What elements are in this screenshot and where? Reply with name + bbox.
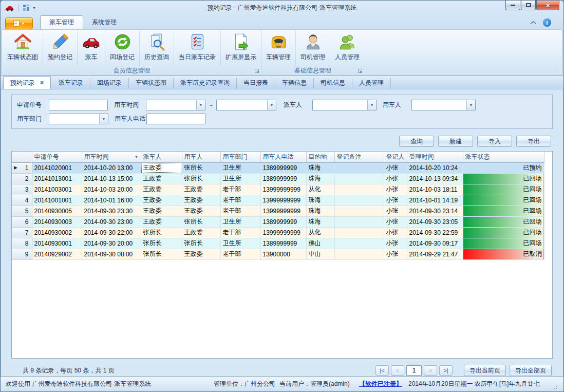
ribbon-button[interactable]: 回场登记 bbox=[105, 30, 139, 66]
cell-use-time[interactable]: 2014-10-13 15:00 bbox=[82, 173, 141, 184]
first-page-button[interactable]: |< bbox=[375, 365, 389, 376]
cell-registrar[interactable]: 小张 bbox=[384, 184, 407, 195]
cell-order-no[interactable]: 20140929002 bbox=[32, 249, 82, 259]
cell-phone[interactable]: 1389999999 bbox=[260, 173, 306, 184]
cell-dept[interactable]: 老干部 bbox=[220, 195, 260, 206]
close-button[interactable]: × bbox=[536, 1, 559, 10]
cell-dispatcher[interactable]: 张所长 bbox=[141, 249, 182, 259]
cell-registrar[interactable]: 小张 bbox=[384, 173, 407, 184]
resize-grip[interactable] bbox=[552, 383, 558, 390]
dispatcher-combo[interactable]: ▼ bbox=[312, 100, 377, 110]
cell-use-time[interactable]: 2014-09-30 20:00 bbox=[82, 238, 141, 249]
document-tab[interactable]: 司机信息 bbox=[314, 78, 352, 89]
cell-dept[interactable]: 老干部 bbox=[220, 206, 260, 216]
cell-dispatcher[interactable]: 王政委 bbox=[141, 162, 182, 173]
document-tab[interactable]: 预约记录× bbox=[3, 76, 51, 89]
cell-passenger[interactable]: 王政委 bbox=[182, 227, 220, 238]
ribbon-tab[interactable]: 派车管理 bbox=[40, 15, 83, 29]
filter-arrow-icon[interactable]: ▼ bbox=[135, 155, 139, 159]
cell-dispatcher[interactable]: 王政委 bbox=[141, 216, 182, 227]
cell-order-no[interactable]: 20140930001 bbox=[32, 238, 82, 249]
passenger-combo[interactable]: ▼ bbox=[411, 100, 476, 110]
cell-dispatch-status[interactable]: 已回场 bbox=[463, 173, 544, 184]
cell-destination[interactable]: 佛山 bbox=[306, 238, 334, 249]
column-header-accept-time[interactable]: 受理时间 bbox=[407, 152, 463, 162]
cell-phone[interactable]: 13999999999 bbox=[260, 184, 306, 195]
column-header-dispatcher[interactable]: 派车人 bbox=[141, 152, 182, 162]
cell-dispatch-status[interactable]: 已取消 bbox=[463, 249, 544, 259]
cell-remark[interactable] bbox=[334, 206, 384, 216]
export-all-pages-button[interactable]: 导出全部页 bbox=[510, 365, 552, 376]
ribbon-tab[interactable]: 系统管理 bbox=[83, 16, 125, 29]
cell-destination[interactable]: 从化 bbox=[306, 227, 334, 238]
cell-order-no[interactable]: 20141020001 bbox=[32, 162, 82, 173]
cell-passenger[interactable]: 张所长 bbox=[182, 162, 220, 173]
cell-dept[interactable]: 老干部 bbox=[220, 184, 260, 195]
row-header[interactable]: 6 bbox=[12, 216, 32, 227]
cell-passenger[interactable]: 王政委 bbox=[182, 249, 220, 259]
cell-passenger[interactable]: 张所长 bbox=[182, 238, 220, 249]
row-header[interactable]: 3 bbox=[12, 184, 32, 195]
cell-dispatcher[interactable]: 张所长 bbox=[141, 227, 182, 238]
document-tab[interactable]: 人员管理 bbox=[352, 78, 391, 89]
new-button[interactable]: 新建 bbox=[438, 136, 473, 147]
cell-accept-time[interactable]: 2014-10-13 09:34 bbox=[407, 173, 463, 184]
cell-accept-time[interactable]: 2014-10-20 10:24 bbox=[407, 162, 463, 173]
last-page-button[interactable]: >| bbox=[439, 365, 453, 376]
document-tab[interactable]: 当日报表 bbox=[237, 78, 275, 89]
cell-destination[interactable]: 中山 bbox=[306, 249, 334, 259]
title-bar[interactable]: ▼ 预约记录 - 广州爱奇迪软件科技有限公司-派车管理系统 × bbox=[1, 1, 563, 15]
cell-passenger[interactable]: 张所长 bbox=[182, 173, 220, 184]
cell-accept-time[interactable]: 2014-09-30 23:14 bbox=[407, 206, 463, 216]
cell-use-time[interactable]: 2014-10-20 13:00 bbox=[82, 162, 141, 173]
row-header[interactable]: 7 bbox=[12, 227, 32, 238]
column-header-remark[interactable]: 登记备注 bbox=[334, 152, 384, 162]
cell-dept[interactable]: 卫生所 bbox=[220, 216, 260, 227]
row-header[interactable]: 5 bbox=[12, 206, 32, 216]
column-header-passenger[interactable]: 用车人 bbox=[182, 152, 220, 162]
cell-phone[interactable]: 13999999999 bbox=[260, 227, 306, 238]
document-tab[interactable]: 派车记录 bbox=[52, 78, 90, 89]
cell-dispatcher[interactable]: 张所长 bbox=[141, 238, 182, 249]
table-row[interactable]: 2201410130012014-10-13 15:00王政委张所长卫生所138… bbox=[12, 173, 544, 184]
cell-dispatch-status[interactable]: 已回场 bbox=[463, 227, 544, 238]
dialog-launcher-icon[interactable] bbox=[255, 69, 259, 73]
cell-dispatcher[interactable]: 王政委 bbox=[141, 195, 182, 206]
cell-remark[interactable] bbox=[334, 249, 384, 259]
cell-order-no[interactable]: 20141013001 bbox=[32, 173, 82, 184]
cell-destination[interactable]: 珠海 bbox=[306, 216, 334, 227]
cell-dispatch-status[interactable]: 已回场 bbox=[463, 216, 544, 227]
table-row[interactable]: 9201409290022014-09-30 08:00张所长王政委老干部139… bbox=[12, 249, 544, 259]
cell-destination[interactable]: 珠海 bbox=[306, 206, 334, 216]
cell-dept[interactable]: 卫生所 bbox=[220, 162, 260, 173]
row-header[interactable]: 9 bbox=[12, 249, 32, 259]
cell-use-time[interactable]: 2014-09-30 23:00 bbox=[82, 216, 141, 227]
table-row[interactable]: 4201410010012014-10-01 16:00王政委王政委老干部139… bbox=[12, 195, 544, 206]
row-header[interactable]: 1▶ bbox=[12, 162, 32, 173]
cell-remark[interactable] bbox=[334, 216, 384, 227]
license-link[interactable]: 【软件已注册】 bbox=[359, 380, 402, 388]
quick-access-toolbar-icon[interactable] bbox=[23, 4, 30, 11]
dept-combo[interactable]: ▼ bbox=[49, 114, 108, 124]
cell-order-no[interactable]: 20140930002 bbox=[32, 227, 82, 238]
dialog-launcher-icon[interactable] bbox=[358, 69, 362, 73]
cell-passenger[interactable]: 王政委 bbox=[182, 184, 220, 195]
cell-destination[interactable]: 珠海 bbox=[306, 195, 334, 206]
cell-remark[interactable] bbox=[334, 195, 384, 206]
import-button[interactable]: 导入 bbox=[477, 136, 512, 147]
column-header-order-no[interactable]: 申请单号 bbox=[32, 152, 82, 162]
ribbon-button[interactable]: 司机管理 bbox=[295, 30, 330, 66]
app-icon[interactable] bbox=[5, 4, 14, 12]
document-tab[interactable]: 回场记录 bbox=[90, 78, 129, 89]
quick-access-dropdown-icon[interactable]: ▼ bbox=[32, 6, 36, 10]
cell-remark[interactable] bbox=[334, 162, 384, 173]
column-header-use-time[interactable]: 用车时间▼ bbox=[82, 152, 141, 162]
document-tab[interactable]: 派车历史记录查询 bbox=[174, 78, 237, 89]
column-header-registrar[interactable]: 登记人 bbox=[384, 152, 407, 162]
cell-dispatch-status[interactable]: 已回场 bbox=[463, 206, 544, 216]
info-icon[interactable]: i bbox=[543, 18, 551, 27]
cell-phone[interactable]: 13999999999 bbox=[260, 206, 306, 216]
cell-remark[interactable] bbox=[334, 227, 384, 238]
column-header-dispatch-status[interactable]: 派车状态 bbox=[463, 152, 544, 162]
cell-use-time[interactable]: 2014-09-30 23:30 bbox=[82, 206, 141, 216]
